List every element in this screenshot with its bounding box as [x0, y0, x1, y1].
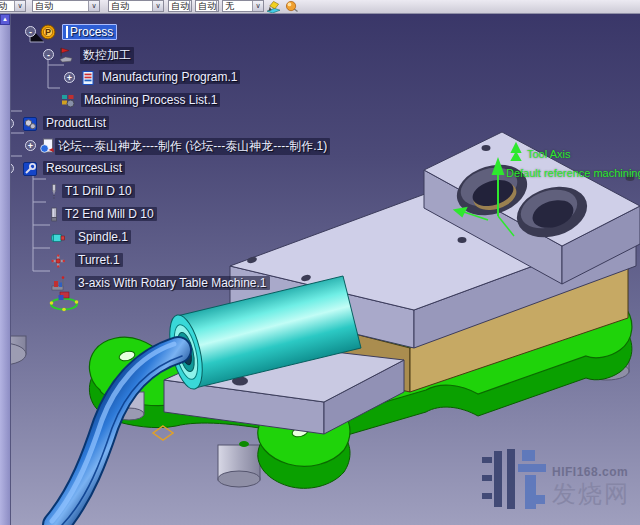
resources-list-icon — [22, 161, 38, 177]
auto-dropdown-2[interactable]: 自动 ∨ — [32, 0, 100, 12]
tree-item-label: 数控加工 — [80, 47, 134, 64]
watermark: HIFI168.com 发烧网 — [480, 447, 640, 517]
tool-axis-label: Tool Axis — [527, 148, 570, 160]
spec-tree: - P Process - 数控加工 + Manufacturing Progr… — [0, 13, 420, 313]
scroll-up-icon[interactable]: ▲ — [0, 14, 10, 25]
toolbar: 自动 ∨ 自动 ∨ 自动 ∨ 自动 ∨ 自动 ∨ 无 ∨ — [0, 0, 640, 14]
tree-item-label: ResourcesList — [43, 161, 125, 175]
tree-item-label: T1 Drill D 10 — [62, 184, 135, 198]
watermark-site: HIFI168.com — [552, 465, 628, 479]
auto-dropdown-4[interactable]: 自动 ∨ — [168, 0, 192, 12]
tree-item-label: Spindle.1 — [75, 230, 131, 244]
svg-text:P: P — [45, 27, 51, 37]
tree-item-label: Turret.1 — [75, 253, 123, 267]
tree-item-label: ProductList — [43, 116, 109, 130]
rotary-table-icon — [48, 291, 82, 313]
tree-item-label: T2 End Mill D 10 — [62, 207, 157, 221]
tree-item-label: 论坛---泰山神龙----制作 (论坛---泰山神龙----制作.1) — [55, 138, 330, 155]
auto-dropdown-5[interactable]: 自动 ∨ — [195, 0, 219, 12]
chevron-down-icon[interactable]: ∨ — [216, 1, 219, 11]
none-dropdown[interactable]: 无 ∨ — [222, 0, 264, 12]
expand-icon[interactable]: + — [25, 140, 36, 151]
machine-icon — [50, 276, 66, 292]
catia-window: 自动 ∨ 自动 ∨ 自动 ∨ 自动 ∨ 自动 ∨ 无 ∨ ▲ — [0, 0, 640, 525]
light-material-icon[interactable] — [284, 0, 299, 13]
graphic-properties-painter-icon[interactable] — [266, 0, 281, 13]
spindle-icon — [50, 230, 66, 246]
product-icon — [39, 138, 55, 154]
chevron-down-icon[interactable]: ∨ — [189, 1, 192, 11]
product-list-icon — [22, 116, 38, 132]
end-mill-tool-icon — [46, 207, 62, 223]
chevron-down-icon[interactable]: ∨ — [88, 1, 99, 11]
tree-item-label: Process — [62, 24, 117, 40]
collapse-icon[interactable]: - — [25, 26, 36, 37]
chevron-down-icon[interactable]: ∨ — [14, 1, 25, 11]
vertical-scrollbar[interactable]: ▲ — [0, 13, 11, 525]
collapse-icon[interactable]: - — [43, 49, 54, 60]
program-icon — [80, 70, 96, 86]
machining-axis-label: Default reference machining ax — [506, 167, 640, 179]
auto-dropdown-1[interactable]: 自动 ∨ — [0, 0, 26, 12]
nc-machining-icon — [58, 47, 74, 63]
tree-item-label: Machining Process List.1 — [81, 93, 220, 107]
turret-icon — [50, 253, 66, 269]
drill-tool-icon — [46, 184, 62, 200]
process-list-icon — [60, 93, 76, 109]
tree-item-label: 3-axis With Rotary Table Machine.1 — [75, 276, 270, 290]
expand-icon[interactable]: + — [64, 72, 75, 83]
chevron-down-icon[interactable]: ∨ — [252, 1, 263, 11]
watermark-name: 发烧网 — [552, 478, 630, 510]
chevron-down-icon[interactable]: ∨ — [152, 1, 163, 11]
process-icon: P — [40, 24, 56, 40]
auto-dropdown-3[interactable]: 自动 ∨ — [108, 0, 164, 12]
tree-item-label: Manufacturing Program.1 — [99, 70, 240, 84]
